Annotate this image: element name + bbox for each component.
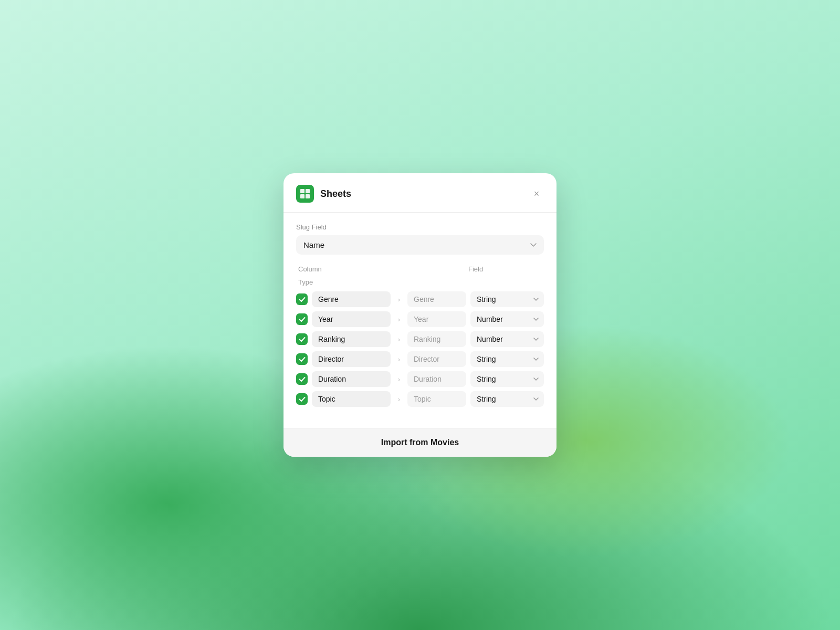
svg-rect-1	[306, 189, 310, 193]
arrow-director: ›	[395, 355, 403, 363]
column-header-field: Field	[468, 265, 542, 273]
field-row: Year › String Number Boolean Date	[296, 311, 544, 327]
checkbox-duration[interactable]	[296, 373, 308, 385]
arrow-ranking: ›	[395, 335, 403, 343]
column-header-type: Type	[298, 278, 393, 286]
type-select-duration[interactable]: String Number Boolean Date	[470, 371, 544, 387]
slug-field-select[interactable]: Name	[296, 235, 544, 255]
type-select-genre[interactable]: String Number Boolean Date	[470, 291, 544, 307]
field-input-year[interactable]	[407, 311, 466, 327]
svg-rect-2	[300, 194, 304, 198]
type-select-director[interactable]: String Number Boolean Date	[470, 351, 544, 367]
col-cell-duration: Duration	[296, 371, 391, 387]
column-header-column: Column	[298, 265, 393, 273]
col-pill-duration: Duration	[312, 371, 391, 387]
modal-body: Slug Field Name Column Field Type Genre …	[284, 213, 556, 417]
field-input-topic[interactable]	[407, 391, 466, 407]
modal-title: Sheets	[320, 188, 529, 200]
field-row: Ranking › String Number Boolean Date	[296, 331, 544, 347]
type-select-year[interactable]: String Number Boolean Date	[470, 311, 544, 327]
import-button[interactable]: Import from Movies	[284, 428, 556, 457]
field-input-director[interactable]	[407, 351, 466, 367]
type-select-topic[interactable]: String Number Boolean Date	[470, 391, 544, 407]
checkbox-genre[interactable]	[296, 293, 308, 305]
field-input-duration[interactable]	[407, 371, 466, 387]
field-row: Genre › String Number Boolean Date	[296, 291, 544, 307]
col-cell-ranking: Ranking	[296, 331, 391, 347]
arrow-year: ›	[395, 316, 403, 323]
field-input-ranking[interactable]	[407, 331, 466, 347]
modal-dialog: Sheets × Slug Field Name Column Field Ty…	[284, 173, 556, 457]
col-pill-ranking: Ranking	[312, 331, 391, 347]
col-pill-genre: Genre	[312, 291, 391, 307]
col-cell-year: Year	[296, 311, 391, 327]
col-pill-year: Year	[312, 311, 391, 327]
field-row: Director › String Number Boolean Date	[296, 351, 544, 367]
modal-header: Sheets ×	[284, 173, 556, 213]
svg-rect-3	[306, 194, 310, 198]
slug-field-label: Slug Field	[296, 223, 544, 231]
field-row: Topic › String Number Boolean Date	[296, 391, 544, 407]
col-cell-genre: Genre	[296, 291, 391, 307]
col-pill-topic: Topic	[312, 391, 391, 407]
checkbox-ranking[interactable]	[296, 333, 308, 345]
col-cell-director: Director	[296, 351, 391, 367]
checkbox-year[interactable]	[296, 313, 308, 325]
type-select-ranking[interactable]: String Number Boolean Date	[470, 331, 544, 347]
checkbox-topic[interactable]	[296, 393, 308, 405]
arrow-duration: ›	[395, 375, 403, 383]
arrow-topic: ›	[395, 395, 403, 403]
field-rows: Genre › String Number Boolean Date Year …	[296, 291, 544, 407]
field-row: Duration › String Number Boolean Date	[296, 371, 544, 387]
checkbox-director[interactable]	[296, 353, 308, 365]
close-button[interactable]: ×	[529, 186, 544, 201]
col-cell-topic: Topic	[296, 391, 391, 407]
sheets-icon	[296, 185, 314, 203]
col-pill-director: Director	[312, 351, 391, 367]
field-input-genre[interactable]	[407, 291, 466, 307]
column-headers: Column Field Type	[296, 265, 544, 286]
arrow-genre: ›	[395, 296, 403, 303]
svg-rect-0	[300, 189, 304, 193]
